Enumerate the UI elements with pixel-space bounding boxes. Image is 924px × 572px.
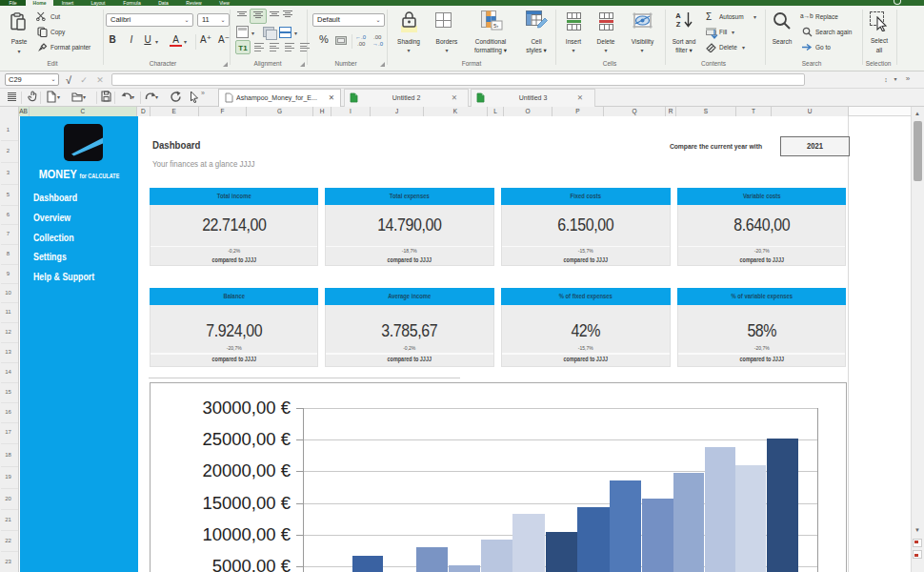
svg-text:5›: 5›: [493, 23, 498, 29]
